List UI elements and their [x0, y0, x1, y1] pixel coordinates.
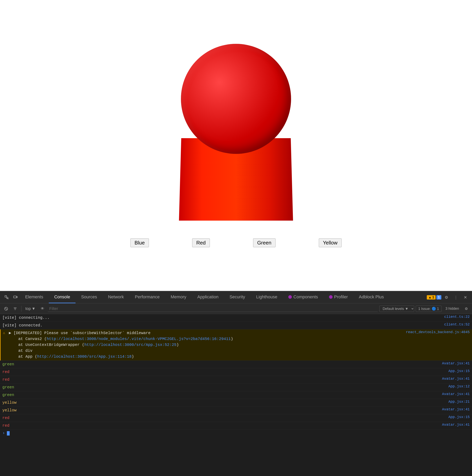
- components-icon: [288, 295, 292, 299]
- eye-icon[interactable]: 👁: [39, 305, 46, 312]
- tab-profiler[interactable]: Profiler: [324, 291, 353, 303]
- console-line: red Avatar.jsx:41: [0, 422, 472, 430]
- tab-sources[interactable]: Sources: [75, 291, 102, 303]
- source-link[interactable]: App.jsx:15: [448, 415, 470, 419]
- console-line: yellow Avatar.jsx:41: [0, 407, 472, 414]
- tab-security[interactable]: Security: [224, 291, 251, 303]
- warn-icon: ⚠: [3, 331, 7, 335]
- console-settings-icon[interactable]: ⚙: [463, 306, 470, 312]
- toolbar-divider: [21, 306, 21, 312]
- source-link[interactable]: Avatar.jsx:41: [442, 392, 470, 396]
- color-buttons-row: Blue Red Green Yellow: [130, 238, 342, 247]
- close-devtools-icon[interactable]: ✕: [461, 293, 470, 302]
- svg-line-6: [5, 308, 7, 310]
- console-line: yellow App.jsx:21: [0, 399, 472, 407]
- console-prompt[interactable]: ›: [0, 430, 472, 437]
- console-empty-area: [0, 437, 472, 476]
- yellow-button[interactable]: Yellow: [319, 238, 342, 247]
- settings-icon[interactable]: ⚙: [442, 293, 451, 302]
- source-link[interactable]: Avatar.jsx:41: [442, 361, 470, 365]
- context-selector[interactable]: top ▼: [24, 306, 37, 312]
- stack-link[interactable]: http://localhost:3000/src/App.jsx:52:25: [84, 342, 176, 347]
- devtools-tabbar: Elements Console Sources Network Perform…: [0, 291, 472, 304]
- prompt-cursor: [7, 431, 10, 436]
- devtools-tabs: Elements Console Sources Network Perform…: [20, 291, 427, 303]
- stack-link[interactable]: http://localhost:3000/node_modules/.vite…: [47, 337, 231, 341]
- source-link[interactable]: Avatar.jsx:41: [442, 377, 470, 381]
- issue-badge[interactable]: 1 Issue: 🔵 1: [416, 306, 441, 312]
- console-line: green Avatar.jsx:41: [0, 361, 472, 368]
- svg-rect-4: [17, 296, 17, 298]
- clear-console-icon[interactable]: [2, 305, 10, 312]
- source-link[interactable]: client.ts:52: [444, 323, 470, 326]
- filter-input[interactable]: [48, 306, 378, 312]
- prompt-arrow: ›: [2, 431, 5, 436]
- green-button[interactable]: Green: [253, 238, 275, 247]
- tab-performance[interactable]: Performance: [129, 291, 165, 303]
- console-line: green App.jsx:12: [0, 384, 472, 391]
- inspect-element-icon[interactable]: [2, 293, 11, 302]
- info-badge: 1: [436, 295, 441, 300]
- console-line: red App.jsx:15: [0, 414, 472, 422]
- 3d-sphere: [181, 44, 291, 154]
- source-link[interactable]: Avatar.jsx:41: [442, 408, 470, 411]
- tab-adblock[interactable]: Adblock Plus: [353, 291, 389, 303]
- stack-link[interactable]: http://localhost:3000/src/App.jsx:114:18: [37, 354, 132, 359]
- devtools-panel: Elements Console Sources Network Perform…: [0, 291, 472, 476]
- tab-application[interactable]: Application: [192, 291, 224, 303]
- 3d-scene: [179, 44, 293, 221]
- device-toolbar-icon[interactable]: [11, 293, 20, 302]
- svg-rect-0: [5, 296, 6, 297]
- tab-memory[interactable]: Memory: [165, 291, 192, 303]
- main-viewport: Blue Red Green Yellow: [0, 0, 472, 291]
- source-link[interactable]: App.jsx:15: [448, 369, 470, 373]
- blue-button[interactable]: Blue: [130, 238, 149, 247]
- source-link[interactable]: react_devtools_backend.js:4045: [406, 330, 470, 334]
- warning-badge: ▲1: [427, 295, 436, 300]
- levels-select[interactable]: Default levels ▼: [379, 306, 414, 312]
- console-line: red App.jsx:15: [0, 368, 472, 376]
- svg-rect-3: [14, 296, 16, 298]
- console-line: [vite] connecting... client.ts:22: [0, 314, 472, 322]
- console-toolbar: top ▼ 👁 Default levels ▼ 1 Issue: 🔵 1 3 …: [0, 304, 472, 314]
- source-link[interactable]: Avatar.jsx:41: [442, 423, 470, 427]
- source-link[interactable]: App.jsx:12: [448, 384, 470, 388]
- hidden-count: 3 hidden: [443, 306, 461, 311]
- source-link[interactable]: client.ts:22: [444, 315, 470, 319]
- source-link[interactable]: App.jsx:21: [448, 400, 470, 404]
- tab-network[interactable]: Network: [102, 291, 129, 303]
- more-options-icon[interactable]: ⋮: [452, 293, 460, 302]
- console-output: [vite] connecting... client.ts:22 [vite]…: [0, 314, 472, 476]
- console-warn-line: ⚠ ▶ [DEPRECATED] Please use `subscribeWi…: [0, 329, 472, 361]
- tab-elements[interactable]: Elements: [20, 291, 49, 303]
- tab-console[interactable]: Console: [49, 291, 76, 303]
- red-button[interactable]: Red: [192, 238, 210, 247]
- tab-components[interactable]: Components: [283, 291, 324, 303]
- filter-icon[interactable]: [11, 305, 19, 312]
- devtools-right-actions: ▲1 1 ⚙ ⋮ ✕: [427, 293, 470, 302]
- console-line: red Avatar.jsx:41: [0, 376, 472, 384]
- console-line: [vite] connected. client.ts:52: [0, 322, 472, 329]
- tab-lighthouse[interactable]: Lighthouse: [251, 291, 283, 303]
- console-line: green Avatar.jsx:41: [0, 391, 472, 399]
- profiler-icon: [329, 295, 333, 299]
